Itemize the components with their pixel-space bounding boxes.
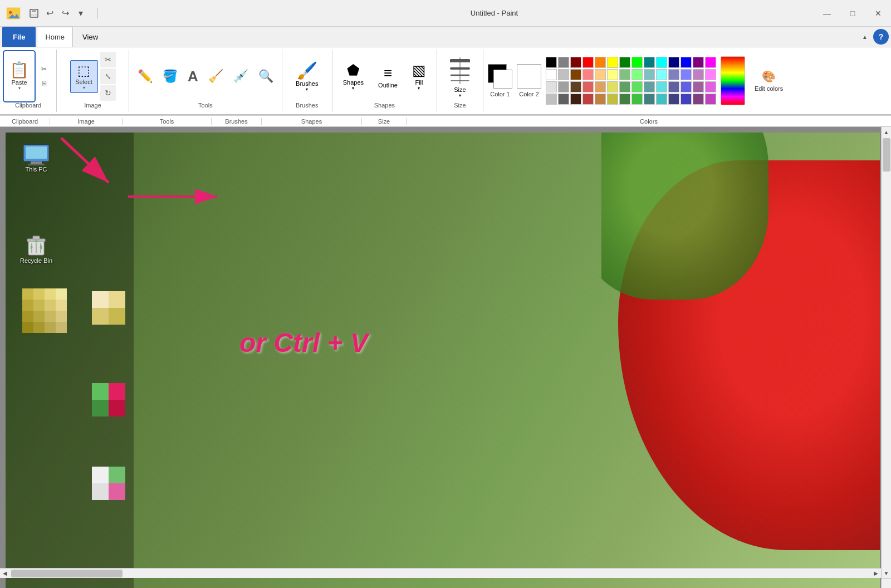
close-button[interactable]: ✕ xyxy=(865,0,891,27)
quick-access-dropdown[interactable]: ▾ xyxy=(74,6,88,21)
scroll-track-v[interactable] xyxy=(882,137,891,568)
color-swatch-0-4[interactable] xyxy=(595,57,606,68)
maximize-button[interactable]: □ xyxy=(840,0,865,27)
scroll-left-button[interactable]: ◀ xyxy=(0,569,10,579)
color-swatch-0-6[interactable] xyxy=(619,57,630,68)
select-button[interactable]: ⬚ Select ▾ xyxy=(70,60,98,93)
color-swatch-0-11[interactable] xyxy=(681,57,692,68)
horizontal-scrollbar[interactable]: ◀ ▶ xyxy=(0,568,881,578)
scroll-thumb-h[interactable] xyxy=(11,570,123,577)
cut-button[interactable]: ✂ xyxy=(36,62,52,76)
tab-file[interactable]: File xyxy=(2,27,36,47)
eraser-button[interactable]: 🧹 xyxy=(204,66,227,86)
color-swatch-1-12[interactable] xyxy=(693,69,704,80)
color-swatch-0-1[interactable] xyxy=(558,57,569,68)
color-swatch-2-3[interactable] xyxy=(582,81,594,92)
help-button[interactable]: ? xyxy=(873,29,889,45)
color-swatch-0-12[interactable] xyxy=(693,57,704,68)
color-swatch-3-8[interactable] xyxy=(644,94,655,105)
undo-button[interactable]: ↩ xyxy=(42,6,57,21)
tab-view[interactable]: View xyxy=(74,27,106,47)
color-swatch-2-10[interactable] xyxy=(668,81,679,92)
paint-canvas[interactable]: This PC Recycle Bin xyxy=(6,133,880,588)
color-swatch-3-1[interactable] xyxy=(558,94,569,105)
color-swatch-1-0[interactable] xyxy=(546,69,557,80)
color-swatch-0-13[interactable] xyxy=(705,57,716,68)
scroll-thumb-v[interactable] xyxy=(883,138,890,171)
minimize-button[interactable]: — xyxy=(814,0,840,27)
color-swatch-0-5[interactable] xyxy=(607,57,618,68)
color-swatch-0-3[interactable] xyxy=(582,57,594,68)
crop-button[interactable]: ✂ xyxy=(100,52,116,67)
color-swatch-0-9[interactable] xyxy=(656,57,667,68)
color-swatch-2-1[interactable] xyxy=(558,81,569,92)
color-swatch-2-8[interactable] xyxy=(644,81,655,92)
edit-colors-button[interactable]: 🎨 Edit colors xyxy=(750,56,788,105)
color-swatch-1-4[interactable] xyxy=(595,69,606,80)
color-swatch-0-8[interactable] xyxy=(644,57,655,68)
redo-button[interactable]: ↪ xyxy=(58,6,72,21)
magnifier-button[interactable]: 🔍 xyxy=(254,66,277,86)
color-swatch-3-5[interactable] xyxy=(607,94,618,105)
color-swatch-1-3[interactable] xyxy=(582,69,594,80)
color-swatch-0-7[interactable] xyxy=(631,57,643,68)
color-swatch-2-2[interactable] xyxy=(570,81,581,92)
color-swatch-0-0[interactable] xyxy=(546,57,557,68)
scroll-up-button[interactable]: ▲ xyxy=(882,127,892,137)
color-swatch-3-3[interactable] xyxy=(582,94,594,105)
paste-button[interactable]: 📋 Paste ▾ xyxy=(4,52,34,101)
color-swatch-2-13[interactable] xyxy=(705,81,716,92)
color-swatch-1-13[interactable] xyxy=(705,69,716,80)
color-swatch-1-5[interactable] xyxy=(607,69,618,80)
tab-home[interactable]: Home xyxy=(37,27,73,47)
outline-button[interactable]: ≡ Outline xyxy=(372,62,404,91)
color-swatch-1-6[interactable] xyxy=(619,69,630,80)
shapes-button[interactable]: ⬟ Shapes ▾ xyxy=(337,59,370,94)
fill-shapes-button[interactable]: ▧ Fill ▾ xyxy=(406,59,432,94)
color-swatch-2-6[interactable] xyxy=(619,81,630,92)
fill-button[interactable]: 🪣 xyxy=(159,66,182,86)
color-swatch-2-12[interactable] xyxy=(693,81,704,92)
picker-button[interactable]: 💉 xyxy=(229,66,252,86)
scroll-track-h[interactable] xyxy=(10,569,871,578)
color-swatch-2-11[interactable] xyxy=(681,81,692,92)
color-swatch-1-8[interactable] xyxy=(644,69,655,80)
color-swatch-0-2[interactable] xyxy=(570,57,581,68)
save-button[interactable] xyxy=(27,6,41,21)
color-swatch-3-11[interactable] xyxy=(681,94,692,105)
color2-preview[interactable] xyxy=(517,64,541,89)
color-swatch-3-4[interactable] xyxy=(595,94,606,105)
scroll-down-button[interactable]: ▼ xyxy=(882,568,892,578)
color-swatch-3-9[interactable] xyxy=(656,94,667,105)
color1-preview[interactable] xyxy=(488,64,512,89)
color-swatch-3-0[interactable] xyxy=(546,94,557,105)
copy-button[interactable]: ⎘ xyxy=(36,77,52,90)
ribbon-expand-icon[interactable]: ▲ xyxy=(860,32,870,42)
color-swatch-3-10[interactable] xyxy=(668,94,679,105)
pencil-button[interactable]: ✏️ xyxy=(134,66,156,86)
size-button[interactable]: Size ▾ xyxy=(444,52,476,101)
color-swatch-3-13[interactable] xyxy=(705,94,716,105)
color-swatch-0-10[interactable] xyxy=(668,57,679,68)
color-swatch-2-5[interactable] xyxy=(607,81,618,92)
color-swatch-2-9[interactable] xyxy=(656,81,667,92)
color-swatch-2-0[interactable] xyxy=(546,81,557,92)
rotate-button[interactable]: ↻ xyxy=(100,85,116,101)
color-swatch-3-6[interactable] xyxy=(619,94,630,105)
color-swatch-2-4[interactable] xyxy=(595,81,606,92)
color-swatch-1-1[interactable] xyxy=(558,69,569,80)
color-swatch-3-7[interactable] xyxy=(631,94,643,105)
color-swatch-1-2[interactable] xyxy=(570,69,581,80)
color-swatch-1-10[interactable] xyxy=(668,69,679,80)
resize-button[interactable]: ⤡ xyxy=(100,68,116,84)
scroll-right-button[interactable]: ▶ xyxy=(871,569,881,579)
color-swatch-2-7[interactable] xyxy=(631,81,643,92)
color-swatch-1-11[interactable] xyxy=(681,69,692,80)
brushes-button[interactable]: 🖌️ Brushes ▾ xyxy=(290,52,324,101)
color-swatch-1-7[interactable] xyxy=(631,69,643,80)
vertical-scrollbar[interactable]: ▲ ▼ xyxy=(881,127,891,578)
color-swatch-1-9[interactable] xyxy=(656,69,667,80)
color-swatch-3-2[interactable] xyxy=(570,94,581,105)
color-swatch-3-12[interactable] xyxy=(693,94,704,105)
rainbow-button[interactable] xyxy=(721,56,745,105)
